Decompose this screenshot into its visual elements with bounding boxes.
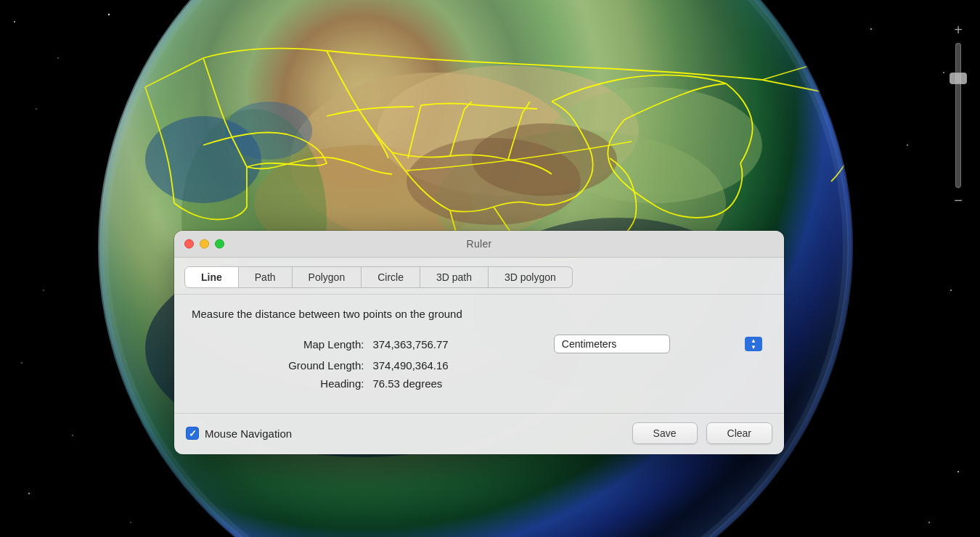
svg-point-10 bbox=[130, 522, 131, 522]
zoom-out-icon[interactable]: − bbox=[954, 192, 963, 209]
mouse-nav-label: Mouse Navigation bbox=[205, 427, 292, 440]
dialog-title: Ruler bbox=[467, 238, 492, 250]
close-button[interactable] bbox=[184, 239, 194, 249]
slider-thumb[interactable] bbox=[950, 73, 967, 84]
heading-label: Heading: bbox=[192, 377, 372, 390]
svg-point-11 bbox=[957, 471, 959, 472]
tabs-row: Line Path Polygon Circle 3D path 3D poly… bbox=[174, 258, 784, 295]
svg-point-24 bbox=[407, 138, 581, 225]
mouse-nav-checkbox-wrapper[interactable]: ✓ bbox=[186, 427, 199, 440]
tab-path[interactable]: Path bbox=[239, 266, 293, 288]
maximize-button[interactable] bbox=[215, 239, 224, 249]
unit-select-input[interactable]: Centimeters Meters Kilometers Miles Feet… bbox=[554, 335, 670, 353]
footer-row: ✓ Mouse Navigation Save Clear bbox=[174, 413, 784, 454]
svg-point-6 bbox=[943, 72, 944, 73]
tab-line[interactable]: Line bbox=[184, 266, 239, 288]
ground-length-label: Ground Length: bbox=[192, 359, 372, 372]
traffic-lights bbox=[184, 239, 224, 249]
svg-point-12 bbox=[928, 522, 930, 523]
svg-point-27 bbox=[225, 102, 312, 160]
map-length-value: 374,363,756.77 bbox=[372, 338, 553, 351]
clear-button[interactable]: Clear bbox=[706, 422, 772, 444]
map-length-label: Map Length: bbox=[192, 338, 372, 351]
ruler-dialog: Ruler Line Path Polygon Circle 3D path 3… bbox=[174, 231, 784, 454]
svg-point-23 bbox=[544, 87, 762, 203]
measurements-grid: Map Length: 374,363,756.77 Centimeters M… bbox=[192, 335, 767, 390]
slider-track[interactable] bbox=[955, 43, 961, 188]
buttons-group: Save Clear bbox=[632, 422, 772, 444]
heading-value: 76.53 degrees bbox=[372, 377, 553, 390]
svg-point-20 bbox=[377, 65, 639, 196]
zoom-slider: + − bbox=[954, 22, 963, 209]
svg-point-1 bbox=[14, 21, 15, 22]
svg-point-25 bbox=[472, 123, 617, 196]
ground-length-value: 374,490,364.16 bbox=[372, 359, 553, 372]
tab-polygon[interactable]: Polygon bbox=[293, 266, 362, 288]
content-area: Measure the distance between two points … bbox=[174, 295, 784, 413]
svg-point-2 bbox=[57, 57, 59, 59]
svg-point-13 bbox=[43, 290, 44, 291]
svg-point-14 bbox=[950, 290, 952, 291]
minimize-button[interactable] bbox=[200, 239, 209, 249]
description-text: Measure the distance between two points … bbox=[192, 308, 767, 320]
svg-point-4 bbox=[36, 108, 36, 109]
svg-point-15 bbox=[21, 362, 22, 363]
mouse-navigation-group: ✓ Mouse Navigation bbox=[186, 427, 292, 440]
title-bar: Ruler bbox=[174, 231, 784, 258]
svg-point-5 bbox=[870, 28, 872, 30]
svg-point-18 bbox=[290, 73, 581, 247]
svg-point-3 bbox=[108, 14, 110, 15]
tab-3d-polygon[interactable]: 3D polygon bbox=[489, 266, 573, 288]
tab-circle[interactable]: Circle bbox=[362, 266, 420, 288]
save-button[interactable]: Save bbox=[632, 422, 698, 444]
unit-select-arrow-icon: ▲ ▼ bbox=[745, 337, 762, 351]
tab-3d-path[interactable]: 3D path bbox=[420, 266, 489, 288]
zoom-in-icon[interactable]: + bbox=[954, 22, 963, 38]
svg-point-8 bbox=[72, 435, 73, 436]
svg-point-26 bbox=[145, 116, 261, 203]
svg-point-7 bbox=[907, 144, 908, 146]
svg-point-9 bbox=[28, 493, 30, 494]
unit-selector[interactable]: Centimeters Meters Kilometers Miles Feet… bbox=[554, 335, 767, 353]
